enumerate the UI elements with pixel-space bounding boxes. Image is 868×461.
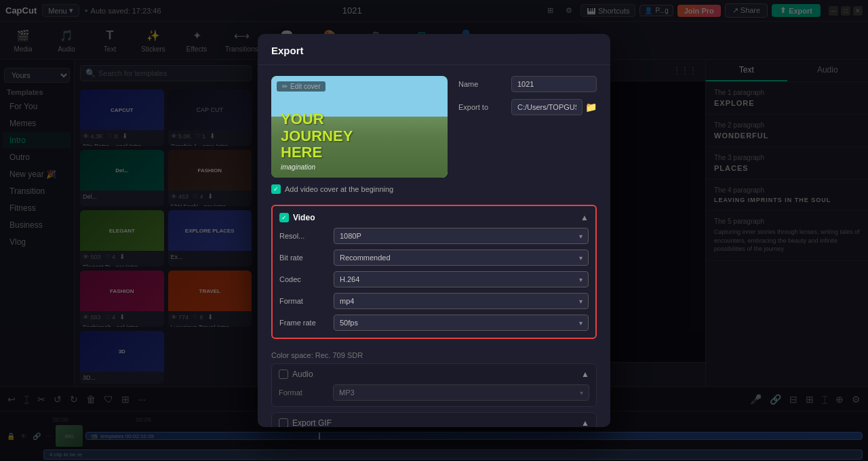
- modal-body: ✏ Edit cover YOURJOURNEYHERE imagination…: [258, 65, 610, 205]
- modal-overlay: Export ✏ Edit cover YOURJOURNEYHERE imag…: [0, 0, 868, 461]
- gif-section-header[interactable]: Export GIF ▲: [279, 418, 589, 427]
- export-path-input[interactable]: [511, 99, 583, 115]
- codec-label: Codec: [279, 275, 334, 283]
- check-icon: ✓: [271, 184, 281, 194]
- gif-section: Export GIF ▲: [271, 412, 597, 427]
- video-collapse-icon[interactable]: ▲: [580, 213, 589, 222]
- video-section-header[interactable]: ✓ Video ▲: [279, 213, 589, 222]
- audio-section-title: Audio: [292, 369, 577, 379]
- video-checkbox: ✓: [279, 213, 289, 222]
- modal-settings: Name Export to 📁: [458, 76, 597, 194]
- add-cover-checkbox[interactable]: ✓ Add video cover at the beginning: [271, 184, 448, 194]
- framerate-label: Frame rate: [279, 319, 334, 327]
- audio-format-label: Format: [279, 388, 333, 397]
- audio-collapse-icon[interactable]: ▲: [581, 369, 589, 379]
- export-to-label: Export to: [458, 103, 506, 111]
- preview-main-text: YOURJOURNEYHERE: [281, 111, 438, 161]
- name-input[interactable]: [511, 76, 597, 92]
- preview-image: ✏ Edit cover YOURJOURNEYHERE imagination: [271, 76, 448, 178]
- codec-row: Codec H.264 ▾: [279, 271, 589, 287]
- modal-preview: ✏ Edit cover YOURJOURNEYHERE imagination…: [271, 76, 448, 194]
- name-value: [511, 76, 597, 92]
- format-row: Format mp4 ▾: [279, 293, 589, 309]
- bitrate-label: Bit rate: [279, 254, 334, 262]
- name-row: Name: [458, 76, 597, 92]
- resolution-select[interactable]: 1080P ▾: [334, 228, 589, 244]
- edit-cover-button[interactable]: ✏ Edit cover: [277, 81, 326, 92]
- export-modal: Export ✏ Edit cover YOURJOURNEYHERE imag…: [258, 34, 610, 427]
- folder-icon[interactable]: 📁: [585, 102, 597, 113]
- audio-format-select[interactable]: MP3 ▾: [333, 384, 589, 401]
- audio-section: Audio ▲ Format MP3 ▾: [271, 363, 597, 407]
- framerate-row: Frame rate 50fps ▾: [279, 315, 589, 331]
- export-to-row: Export to 📁: [458, 99, 597, 115]
- resolution-row: Resol... 1080P ▾: [279, 228, 589, 244]
- video-section: ✓ Video ▲ Resol... 1080P ▾ Bit rate Reco…: [271, 205, 597, 339]
- export-to-value: 📁: [511, 99, 597, 115]
- codec-select[interactable]: H.264 ▾: [334, 271, 589, 287]
- audio-section-header[interactable]: Audio ▲: [279, 369, 589, 379]
- format-select[interactable]: mp4 ▾: [334, 293, 589, 309]
- gif-checkbox: [279, 418, 288, 427]
- format-label: Format: [279, 297, 334, 305]
- name-label: Name: [458, 80, 506, 88]
- audio-format-row: Format MP3 ▾: [279, 384, 589, 401]
- preview-sub-text: imagination: [281, 163, 438, 171]
- video-section-title: Video: [293, 213, 576, 222]
- audio-checkbox: [279, 369, 288, 379]
- bitrate-select[interactable]: Recommended ▾: [334, 249, 589, 266]
- modal-header: Export: [258, 34, 610, 65]
- add-cover-label: Add video cover at the beginning: [285, 185, 393, 193]
- gif-collapse-icon[interactable]: ▲: [581, 418, 589, 427]
- preview-overlay-text: YOURJOURNEYHERE imagination: [281, 111, 438, 171]
- modal-title: Export: [271, 45, 304, 56]
- gif-section-title: Export GIF: [292, 418, 577, 427]
- bitrate-row: Bit rate Recommended ▾: [279, 249, 589, 266]
- color-space: Color space: Rec. 709 SDR: [258, 347, 610, 363]
- resolution-label: Resol...: [279, 232, 334, 240]
- framerate-select[interactable]: 50fps ▾: [334, 315, 589, 331]
